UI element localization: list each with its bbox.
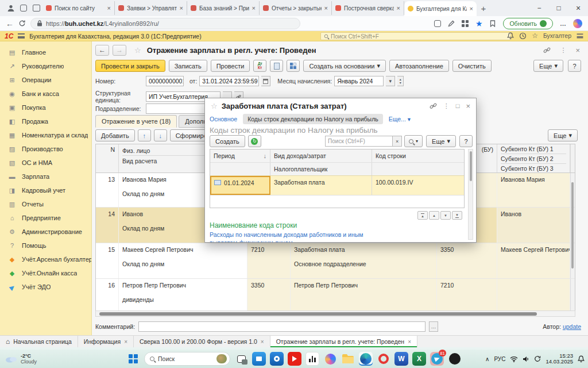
sidebar-item-arsenal[interactable]: ◆Учёт.Арсенал бухгалтера (0, 252, 91, 266)
favorite-star-icon[interactable]: ☆ (134, 46, 141, 55)
task-view-icon[interactable] (234, 352, 248, 366)
current-user[interactable]: Бухгалтер (543, 32, 571, 39)
dialog-more-button[interactable]: Еще▾ (426, 135, 456, 147)
sidebar-item-pokupka[interactable]: ▣Покупка (0, 101, 91, 114)
nav-forward-button[interactable]: → (113, 45, 126, 56)
advanced-search-button[interactable]: ▾ (404, 135, 423, 147)
user-menu-icon[interactable] (577, 33, 583, 38)
taskbar-search[interactable]: Поиск (144, 352, 230, 366)
help-button[interactable]: ? (568, 60, 581, 72)
browser-reload-button[interactable] (18, 20, 26, 27)
sidebar-item-glavnoe[interactable]: ▤Главное (0, 45, 91, 59)
nav-more-link[interactable]: Еще... ▾ (389, 116, 411, 122)
window-tab-sverka[interactable]: Сверка 100.00 и 200.00 Форм - версия 1.0… (134, 336, 270, 347)
edge-icon[interactable] (359, 352, 373, 366)
excel-icon[interactable]: X (412, 352, 426, 366)
structure-button[interactable] (287, 60, 300, 72)
move-up-button[interactable]: ↑ (138, 129, 151, 141)
post-and-close-button[interactable]: Провести и закрыть (95, 60, 165, 72)
col-kind[interactable]: Вид дохода/затрат (270, 150, 372, 162)
sidebar-item-rukovoditelyu[interactable]: ↗Руководителю (0, 59, 91, 73)
sidebar-item-administrirovanie[interactable]: ⚙Администрирование (0, 225, 91, 239)
volume-icon[interactable] (523, 356, 529, 362)
go-next-button[interactable]: ▼ (440, 211, 451, 220)
dialog-search-input[interactable]: Поиск (Ctrl+F) (325, 136, 393, 147)
show-postings-button[interactable]: ДтКт (253, 60, 266, 72)
number-input[interactable]: 00000000001 (146, 76, 184, 86)
sidebar-item-online-kassa[interactable]: ◆Учёт.Онлайн касса (0, 266, 91, 280)
wifi-icon[interactable] (510, 356, 518, 362)
dialog-maximize-icon[interactable]: □ (456, 102, 460, 109)
browser-back-button[interactable]: ← (6, 19, 14, 28)
tab-close-icon[interactable]: × (252, 5, 256, 12)
browser-menu-icon[interactable]: … (560, 20, 566, 27)
address-bar[interactable]: https://buh.uchet.kz/L4ryinallon9892/ru/ (30, 18, 300, 29)
browser-tab[interactable]: Построчная сверка фор × (332, 1, 404, 15)
go-previous-button[interactable]: ▲ (429, 211, 439, 220)
col-taxpayer[interactable]: Налогоплательщик (270, 163, 372, 175)
tab-close-icon[interactable]: × (408, 339, 411, 345)
update-button[interactable]: Обновить (503, 18, 553, 29)
table-more-button[interactable]: Еще▾ (548, 129, 578, 141)
sidebar-item-prodazha[interactable]: ◧Продажа (0, 114, 91, 128)
table-row[interactable]: 15 Макеев Сергей ПетровичОклад по дням 7… (96, 243, 575, 279)
col-n[interactable]: N (96, 144, 119, 172)
start-button[interactable] (126, 352, 140, 366)
tab-close-icon[interactable]: × (324, 5, 328, 12)
collections-flag-icon[interactable] (489, 20, 496, 27)
sidebar-item-os-nma[interactable]: ▧ОС и НМА (0, 156, 91, 170)
get-link-icon[interactable] (543, 47, 551, 54)
more-button[interactable]: Еще▾ (533, 60, 563, 72)
clear-search-button[interactable]: × (393, 136, 402, 147)
go-first-button[interactable]: ▲ (417, 211, 428, 220)
equalizer-icon[interactable] (305, 352, 319, 366)
favorites-star-icon[interactable]: ☆ (532, 32, 538, 40)
extensions-icon[interactable] (17, 2, 30, 14)
table-horizontal-scrollbar[interactable] (95, 310, 575, 317)
tab-close-icon[interactable]: × (397, 5, 400, 12)
code-name-link-line1[interactable]: Расходы по начисленным доходам работнико… (210, 231, 363, 238)
month-input[interactable]: Январь 2024 (334, 76, 384, 86)
browser-tab[interactable]: Поиск по сайту × (42, 1, 115, 15)
related-documents-button[interactable] (270, 60, 283, 72)
tab-close-icon[interactable]: × (261, 339, 264, 345)
window-tab-info[interactable]: Информация × (78, 336, 134, 347)
create-button[interactable]: Создать (210, 135, 245, 147)
word-icon[interactable]: W (394, 352, 408, 366)
sidebar-item-nomenklatura[interactable]: ▦Номенклатура и склад (0, 128, 91, 142)
outlook-icon[interactable] (270, 352, 284, 366)
month-spinner[interactable]: ▴▾ (397, 76, 404, 86)
tab-reflection[interactable]: Отражение в учете (18) (95, 115, 177, 128)
sidebar-item-edo[interactable]: ▶Учёт ЭДО (0, 280, 91, 294)
history-icon[interactable] (519, 32, 527, 40)
browser-tab[interactable]: База знаний > При выгр × (187, 1, 260, 15)
post-button[interactable]: Провести (211, 60, 250, 72)
comment-expand-button[interactable]: … (429, 321, 438, 332)
author-link[interactable]: update (563, 323, 581, 330)
table-vertical-scrollbar[interactable] (570, 144, 575, 172)
refresh-list-button[interactable]: ↻ (248, 135, 261, 147)
code-name-link-line2[interactable]: выплатам физическим лицам (210, 239, 293, 243)
tray-expand-icon[interactable]: ∧ (485, 356, 489, 362)
telegram-icon[interactable]: 81 (430, 352, 444, 366)
month-dropdown-button[interactable]: ▾ (386, 76, 395, 86)
autofill-button[interactable]: Автозаполнение (389, 60, 449, 72)
clipboard-icon[interactable] (434, 20, 441, 27)
sidebar-item-operacii[interactable]: ⊞Операции (0, 73, 91, 87)
col-subconto-kt[interactable]: Субконто Кт (БУ) 1 Субконто Кт (БУ) 2 Су… (497, 144, 570, 172)
create-based-on-button[interactable]: Создать на основании▾ (303, 60, 386, 72)
dialog-scrollbar[interactable] (468, 149, 473, 240)
browser-tab-active[interactable]: Бухгалтерия для Казахст × (404, 1, 477, 16)
sidebar-item-otchety[interactable]: ▥Отчеты (0, 197, 91, 211)
calendar-icon[interactable] (261, 76, 270, 86)
nav-codes-tab[interactable]: Коды строк декларации по Налогу на прибы… (243, 114, 383, 124)
home-page-tab[interactable]: ⌂ Начальная страница (0, 336, 78, 347)
global-search-input[interactable]: Поиск Ctrl+Shift+F (320, 32, 511, 40)
browser-tab[interactable]: Отчеты > закрытые зая × (260, 1, 332, 15)
store-icon[interactable] (252, 352, 266, 366)
dialog-close-icon[interactable]: × (466, 102, 470, 110)
youtube-icon[interactable] (288, 352, 301, 366)
sidebar-item-predpriyatie[interactable]: ⌂Предприятие (0, 211, 91, 225)
maximize-button[interactable]: □ (549, 0, 568, 16)
form-close-icon[interactable]: × (575, 46, 580, 55)
